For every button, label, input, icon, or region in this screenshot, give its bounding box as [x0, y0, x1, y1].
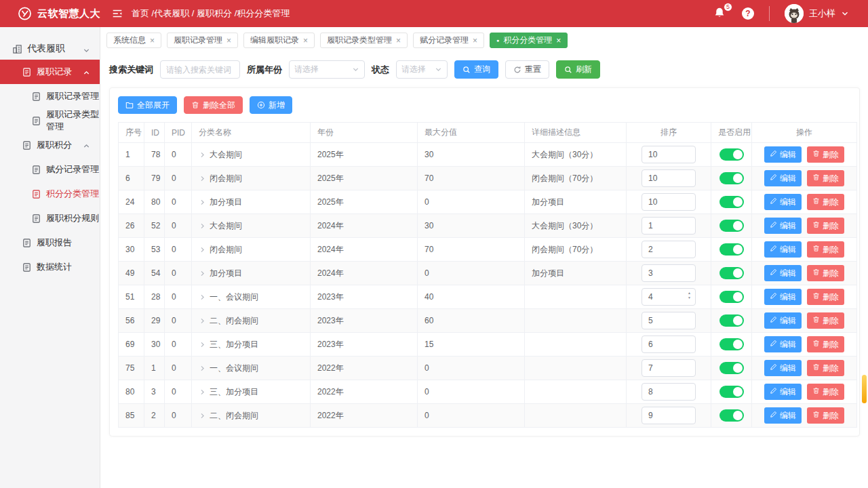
delete-button[interactable]: 删除: [807, 336, 844, 352]
close-icon[interactable]: ×: [556, 37, 561, 45]
sidebar-item-履职报告[interactable]: 履职报告: [0, 230, 100, 255]
sort-input[interactable]: 8: [642, 383, 696, 401]
tab-履职记录类型管理[interactable]: 履职记录类型管理×: [320, 33, 408, 48]
year-select[interactable]: 请选择: [289, 60, 365, 79]
edit-button[interactable]: 编辑: [764, 146, 802, 163]
delete-button[interactable]: 删除: [807, 170, 844, 186]
edit-button[interactable]: 编辑: [764, 265, 802, 281]
close-icon[interactable]: ×: [396, 37, 401, 45]
sort-input[interactable]: 10: [642, 193, 696, 211]
edit-button[interactable]: 编辑: [764, 312, 802, 329]
stepper-down-icon[interactable]: ▼: [686, 296, 692, 300]
expand-caret-icon[interactable]: [199, 412, 206, 420]
tab-履职记录管理[interactable]: 履职记录管理×: [167, 33, 238, 48]
menu-collapse-icon[interactable]: [110, 6, 125, 21]
enabled-toggle[interactable]: [719, 196, 744, 208]
enabled-toggle[interactable]: [719, 267, 744, 279]
sort-input[interactable]: 3: [642, 264, 696, 282]
enabled-toggle[interactable]: [719, 220, 744, 232]
expand-caret-icon[interactable]: [199, 199, 206, 206]
delete-button[interactable]: 删除: [807, 289, 844, 305]
sidebar-item-履职记录管理[interactable]: 履职记录管理: [0, 84, 100, 108]
edit-button[interactable]: 编辑: [764, 194, 802, 210]
expand-caret-icon[interactable]: [199, 270, 206, 277]
enabled-toggle[interactable]: [719, 314, 744, 327]
edit-button[interactable]: 编辑: [764, 407, 802, 424]
delete-button[interactable]: 删除: [807, 241, 844, 258]
enabled-toggle[interactable]: [719, 362, 744, 374]
sort-input[interactable]: 9: [642, 407, 696, 424]
delete-button[interactable]: 删除: [807, 146, 844, 163]
sidebar-item-履职记录[interactable]: 履职记录: [0, 60, 100, 84]
expand-caret-icon[interactable]: [199, 151, 206, 159]
tab-赋分记录管理[interactable]: 赋分记录管理×: [413, 33, 484, 48]
sidebar-item-履职积分规则[interactable]: 履职积分规则: [0, 206, 100, 230]
enabled-toggle[interactable]: [719, 409, 744, 422]
expand-caret-icon[interactable]: [199, 175, 206, 182]
floating-widget-handle[interactable]: [862, 375, 867, 403]
edit-button[interactable]: 编辑: [764, 336, 802, 352]
delete-button[interactable]: 删除: [807, 384, 844, 400]
sort-input[interactable]: 10: [642, 169, 696, 187]
close-icon[interactable]: ×: [226, 37, 231, 45]
stepper-up-icon[interactable]: ▲: [686, 291, 692, 296]
expand-caret-icon[interactable]: [199, 365, 206, 372]
tab-编辑履职记录[interactable]: 编辑履职记录×: [243, 33, 315, 48]
delete-button[interactable]: 删除: [807, 194, 844, 210]
sort-input[interactable]: 5: [642, 312, 696, 329]
expand-caret-icon[interactable]: [199, 317, 206, 325]
sidebar-item-赋分记录管理[interactable]: 赋分记录管理: [0, 157, 100, 182]
sort-input[interactable]: 1: [642, 217, 696, 235]
enabled-toggle[interactable]: [719, 172, 744, 184]
expand-caret-icon[interactable]: [199, 222, 206, 230]
sort-input[interactable]: 2: [642, 241, 696, 258]
edit-button[interactable]: 编辑: [764, 170, 802, 186]
tab-系统信息[interactable]: 系统信息×: [106, 33, 161, 48]
notifications-bell-icon[interactable]: 5: [713, 7, 727, 20]
refresh-button[interactable]: 刷新: [556, 60, 600, 79]
enabled-toggle[interactable]: [719, 243, 744, 256]
edit-button[interactable]: 编辑: [764, 289, 802, 305]
user-menu[interactable]: 王小样: [785, 4, 849, 23]
sidebar-item-履职积分[interactable]: 履职积分: [0, 133, 100, 157]
delete-all-button[interactable]: 删除全部: [184, 96, 243, 114]
expand-caret-icon[interactable]: [199, 293, 206, 301]
delete-button[interactable]: 删除: [807, 360, 844, 376]
delete-button[interactable]: 删除: [807, 407, 844, 424]
tab-积分分类管理[interactable]: ●积分分类管理×: [490, 33, 568, 48]
edit-button[interactable]: 编辑: [764, 360, 802, 376]
help-icon[interactable]: ?: [742, 7, 754, 20]
sort-input[interactable]: 10: [642, 146, 696, 163]
status-select[interactable]: 请选择: [396, 60, 448, 79]
expand-caret-icon[interactable]: [199, 341, 206, 348]
reset-button[interactable]: 重置: [505, 60, 549, 79]
close-icon[interactable]: ×: [473, 37, 477, 45]
search-button[interactable]: 查询: [454, 60, 498, 79]
sort-input[interactable]: 6: [642, 336, 696, 353]
expand-caret-icon[interactable]: [199, 246, 206, 253]
enabled-toggle[interactable]: [719, 148, 744, 161]
sort-input[interactable]: 4▲▼: [642, 288, 696, 306]
delete-button[interactable]: 删除: [807, 312, 844, 329]
sidebar-item-root[interactable]: 代表履职: [0, 38, 100, 60]
edit-button[interactable]: 编辑: [764, 241, 802, 258]
breadcrumb[interactable]: 首页 /代表履职 / 履职积分 /积分分类管理: [132, 7, 290, 20]
enabled-toggle[interactable]: [719, 291, 744, 303]
enabled-toggle[interactable]: [719, 386, 744, 398]
edit-button[interactable]: 编辑: [764, 218, 802, 234]
sidebar-item-数据统计[interactable]: 数据统计: [0, 255, 100, 279]
sidebar-item-履职记录类型管理[interactable]: 履职记录类型管理: [0, 108, 100, 133]
number-stepper[interactable]: ▲▼: [686, 291, 692, 300]
enabled-toggle[interactable]: [719, 338, 744, 350]
delete-button[interactable]: 删除: [807, 265, 844, 281]
sort-input[interactable]: 7: [642, 359, 696, 377]
expand-all-button[interactable]: 全部展开: [118, 96, 177, 114]
edit-button[interactable]: 编辑: [764, 384, 802, 400]
keyword-input[interactable]: [160, 60, 240, 79]
close-icon[interactable]: ×: [303, 37, 308, 45]
delete-button[interactable]: 删除: [807, 218, 844, 234]
expand-caret-icon[interactable]: [199, 388, 206, 396]
sidebar-item-积分分类管理[interactable]: 积分分类管理: [0, 182, 100, 206]
add-new-button[interactable]: 新增: [250, 96, 292, 114]
close-icon[interactable]: ×: [150, 37, 155, 45]
